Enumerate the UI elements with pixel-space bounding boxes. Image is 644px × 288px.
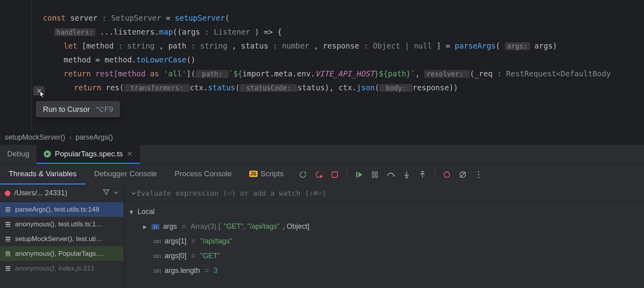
close-icon[interactable]: ✕ — [127, 150, 133, 158]
svg-rect-23 — [6, 253, 10, 255]
run-to-cursor-tooltip: Run to Cursor ⌥F9 — [36, 101, 120, 117]
separator — [347, 170, 347, 179]
breadcrumb[interactable]: setupMockServer() › parseArgs() — [0, 130, 644, 145]
code-block[interactable]: const server : SetupServer = setupServer… — [43, 11, 644, 95]
evaluate-expression-input[interactable] — [137, 189, 638, 197]
mute-breakpoints-button[interactable] — [456, 167, 470, 182]
svg-rect-17 — [6, 224, 10, 225]
frame-row[interactable]: setupMockServer(), test.uti… — [0, 232, 124, 246]
var-args-1[interactable]: 1001 args[1] = "/api/tags" — [124, 234, 644, 249]
pause-button[interactable] — [368, 167, 382, 182]
var-args-length[interactable]: 1001 args.length = 3 — [124, 263, 644, 278]
svg-point-7 — [444, 172, 450, 177]
svg-rect-25 — [6, 266, 10, 267]
step-over-icon — [386, 171, 395, 178]
svg-rect-18 — [6, 226, 10, 227]
restart-error-icon — [315, 171, 323, 179]
breadcrumb-item[interactable]: setupMockServer() — [5, 133, 65, 142]
svg-rect-2 — [356, 172, 357, 177]
svg-point-0 — [320, 175, 322, 178]
toolwindow-tab-file[interactable]: PopularTags.spec.ts ✕ — [37, 145, 140, 164]
svg-text:01: 01 — [157, 269, 161, 273]
svg-rect-16 — [6, 222, 10, 223]
pause-icon — [371, 171, 378, 178]
svg-rect-24 — [6, 255, 10, 256]
filter-icon[interactable] — [103, 189, 109, 197]
svg-rect-14 — [6, 209, 10, 210]
svg-point-11 — [478, 174, 479, 175]
frame-row[interactable]: anonymous(), index.js:311 — [0, 261, 124, 276]
breadcrumb-separator: › — [69, 133, 72, 142]
step-over-button[interactable] — [384, 167, 398, 182]
breakpoints-icon — [443, 171, 450, 178]
stackframe-icon — [5, 251, 11, 257]
toolwindow-tab-debug[interactable]: Debug — [0, 145, 37, 164]
toolwindow-tab-bar: Debug PopularTags.spec.ts ✕ — [0, 145, 644, 164]
mute-breakpoints-icon — [459, 171, 467, 179]
more-actions-button[interactable] — [471, 167, 486, 182]
frames-panel: /Users/... 24331) parseArgs(), test.util… — [0, 185, 124, 288]
tab-scripts[interactable]: JSScripts — [241, 164, 293, 185]
keyword: const — [43, 14, 66, 22]
separator — [435, 170, 435, 179]
inlay-hint: statusCode: — [240, 84, 297, 92]
editor-gutter[interactable] — [0, 0, 32, 130]
svg-text:01: 01 — [157, 239, 161, 244]
run-to-cursor-gutter-icon[interactable] — [33, 86, 45, 95]
svg-rect-1 — [332, 172, 338, 177]
binary-icon: 1001 — [153, 238, 161, 245]
svg-text:[ ]: [ ] — [154, 225, 157, 229]
inlay-hint: resolver: — [424, 70, 469, 78]
svg-rect-5 — [405, 177, 408, 178]
stackframe-icon — [5, 265, 11, 272]
inlay-hint: handlers: — [54, 28, 95, 36]
frame-row[interactable]: parseArgs(), test.utils.ts:148 — [0, 202, 124, 217]
svg-rect-13 — [6, 207, 10, 208]
chevron-down-icon[interactable] — [130, 191, 137, 196]
rerun-button[interactable] — [296, 167, 310, 182]
svg-rect-6 — [421, 171, 424, 172]
svg-rect-27 — [6, 270, 10, 271]
js-badge-icon: JS — [249, 171, 258, 177]
step-into-button[interactable] — [400, 167, 414, 182]
evaluate-expression-row — [124, 185, 644, 202]
variables-panel: ▾ Local ▸ [ ] args = Array(3) ["GET", "/… — [124, 185, 644, 288]
step-out-button[interactable] — [415, 167, 430, 182]
chevron-down-icon[interactable]: ▾ — [128, 208, 134, 216]
frames-header[interactable]: /Users/... 24331) — [0, 185, 124, 202]
var-args-0[interactable]: 1001 args[0] = "GET" — [124, 249, 644, 263]
inlay-hint: transformers: — [124, 84, 190, 92]
tab-process-console[interactable]: Process Console — [166, 164, 241, 185]
var-args[interactable]: ▸ [ ] args = Array(3) ["GET", "/api/tags… — [124, 219, 644, 234]
chevron-down-icon[interactable] — [113, 189, 119, 197]
tooltip-text: Run to Cursor — [43, 105, 90, 114]
editor-area[interactable]: const server : SetupServer = setupServer… — [0, 0, 644, 130]
frame-row[interactable]: anonymous(), PopularTags.… — [0, 246, 124, 261]
view-breakpoints-button[interactable] — [440, 167, 454, 182]
svg-rect-26 — [6, 268, 10, 269]
inlay-hint: args: — [505, 42, 530, 50]
chevron-right-icon[interactable]: ▸ — [142, 222, 148, 231]
inlay-hint: body: — [379, 84, 413, 92]
frame-row[interactable]: anonymous(), test.utils.ts:1… — [0, 217, 124, 232]
svg-rect-19 — [6, 237, 10, 238]
resume-button[interactable] — [352, 167, 366, 182]
run-config-icon — [44, 150, 51, 158]
tab-debugger-console[interactable]: Debugger Console — [85, 164, 166, 185]
svg-rect-20 — [6, 239, 10, 240]
stop-button[interactable] — [328, 167, 342, 182]
binary-icon: 1001 — [153, 268, 161, 274]
rerun-failed-button[interactable] — [312, 167, 326, 182]
binary-icon: 1001 — [153, 253, 161, 259]
svg-rect-3 — [372, 172, 374, 177]
tab-threads-variables[interactable]: Threads & Variables — [0, 164, 85, 185]
scope-local[interactable]: ▾ Local — [124, 204, 644, 219]
svg-point-12 — [478, 177, 479, 178]
svg-text:01: 01 — [157, 254, 161, 259]
arrow-down-right-icon — [36, 88, 42, 93]
restart-icon — [299, 171, 307, 179]
stackframe-icon — [5, 206, 11, 213]
svg-rect-15 — [6, 211, 10, 212]
kebab-icon — [478, 171, 479, 178]
breadcrumb-item[interactable]: parseArgs() — [76, 133, 113, 142]
